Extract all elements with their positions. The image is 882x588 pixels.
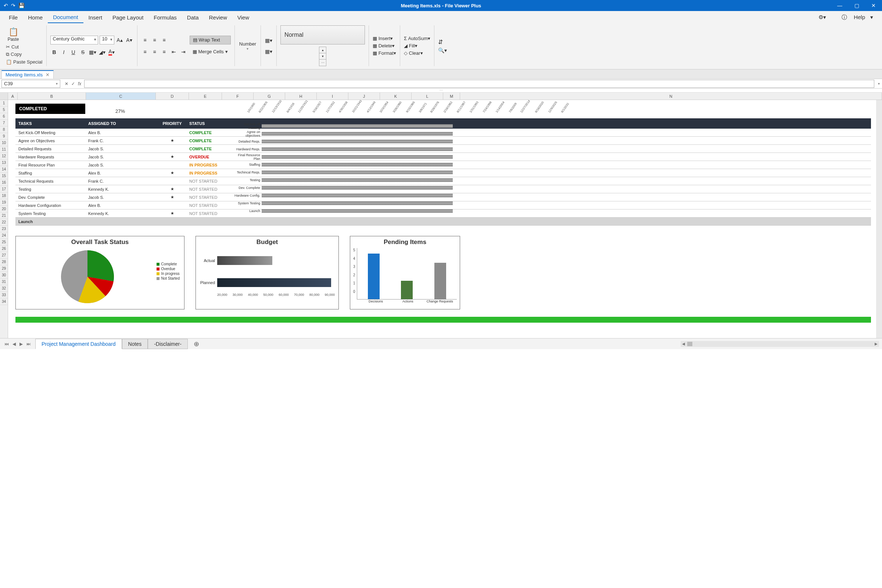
sheet-content[interactable]: COMPLETED 27% TASKS ASSIGNED TO PRIORITY…	[8, 100, 876, 338]
align-middle-button[interactable]: ≡	[151, 36, 159, 44]
align-left-button[interactable]: ≡	[141, 48, 149, 56]
row-header[interactable]: 32	[0, 285, 8, 292]
decrease-font-button[interactable]: A▾	[125, 36, 134, 44]
save-button[interactable]: 💾	[18, 3, 25, 9]
row-header[interactable]: 17	[0, 186, 8, 193]
align-bottom-button[interactable]: ≡	[160, 36, 168, 44]
cell-style-normal[interactable]: Normal	[280, 26, 365, 45]
format-table-button[interactable]: ▦▾	[265, 47, 273, 56]
horizontal-scrollbar[interactable]: ◀▶	[681, 341, 879, 347]
col-header[interactable]: H	[285, 93, 317, 100]
row-header[interactable]: 31	[0, 279, 8, 285]
merge-cells-button[interactable]: ▦ Merge Cells▾	[190, 47, 231, 56]
fill-color-button[interactable]: ◢▾	[98, 48, 106, 56]
underline-button[interactable]: U	[69, 48, 78, 56]
row-header[interactable]: 1	[0, 100, 8, 106]
cut-button[interactable]: ✂ Cut	[6, 44, 43, 50]
row-header[interactable]: 19	[0, 199, 8, 206]
row-header[interactable]: 29	[0, 266, 8, 272]
ribbon-tab-formulas[interactable]: Formulas	[148, 12, 182, 23]
row-header[interactable]: 30	[0, 272, 8, 279]
sheet-nav-prev[interactable]: ◀	[12, 341, 16, 346]
accept-formula-icon[interactable]: ✓	[71, 81, 75, 86]
align-top-button[interactable]: ≡	[141, 36, 149, 44]
sheet-tab-notes[interactable]: Notes	[122, 339, 148, 349]
indent-decrease-button[interactable]: ⇤	[170, 48, 178, 56]
cancel-formula-icon[interactable]: ✕	[64, 81, 68, 86]
col-header[interactable]: I	[317, 93, 348, 100]
indent-increase-button[interactable]: ⇥	[179, 48, 188, 56]
paste-special-button[interactable]: 📋 Paste Special	[6, 59, 43, 64]
maximize-button[interactable]: ▢	[848, 0, 865, 11]
table-row[interactable]: Launch	[15, 218, 871, 226]
delete-cells-button[interactable]: ▦ Delete▾	[373, 43, 396, 48]
row-header[interactable]: 6	[0, 113, 8, 120]
col-header[interactable]: J	[348, 93, 380, 100]
col-header[interactable]: L	[412, 93, 443, 100]
align-center-button[interactable]: ≡	[151, 48, 159, 56]
align-right-button[interactable]: ≡	[160, 48, 168, 56]
ribbon-tab-file[interactable]: File	[4, 12, 23, 23]
ribbon-tab-review[interactable]: Review	[204, 12, 232, 23]
row-header[interactable]: 13	[0, 159, 8, 166]
style-up-button[interactable]: ▴	[320, 47, 326, 53]
ribbon-options-icon[interactable]: ⚙▾	[813, 12, 831, 23]
style-down-button[interactable]: ▾	[320, 53, 326, 60]
row-header[interactable]: 11	[0, 146, 8, 153]
formula-input[interactable]	[84, 80, 874, 88]
row-header[interactable]: 18	[0, 193, 8, 199]
select-all-corner[interactable]	[0, 93, 8, 100]
wrap-text-button[interactable]: ▤ Wrap Text	[190, 36, 231, 45]
row-header[interactable]: 33	[0, 292, 8, 298]
sheet-nav-last[interactable]: ⏭	[27, 341, 31, 346]
row-header[interactable]: 7	[0, 120, 8, 126]
format-cells-button[interactable]: ▦ Format▾	[373, 50, 396, 56]
font-family-select[interactable]: Century Gothic	[50, 36, 98, 45]
fx-icon[interactable]: fx	[78, 81, 81, 86]
insert-cells-button[interactable]: ▦ Insert▾	[373, 36, 396, 41]
font-size-select[interactable]: 10	[100, 36, 114, 45]
strike-button[interactable]: S	[79, 48, 87, 56]
row-header[interactable]: 21	[0, 212, 8, 219]
vertical-scrollbar[interactable]	[876, 100, 882, 338]
ribbon-tab-document[interactable]: Document	[48, 12, 83, 23]
col-header[interactable]: C	[86, 93, 156, 100]
row-header[interactable]: 25	[0, 239, 8, 246]
col-header[interactable]: K	[380, 93, 412, 100]
row-header[interactable]: 23	[0, 226, 8, 232]
row-header[interactable]: 9	[0, 133, 8, 140]
borders-button[interactable]: ▦▾	[88, 48, 97, 56]
copy-button[interactable]: ⧉ Copy	[6, 51, 43, 57]
close-tab-icon[interactable]: ✕	[46, 72, 50, 78]
col-header[interactable]: A	[8, 93, 18, 100]
col-header[interactable]: E	[189, 93, 222, 100]
paste-button[interactable]: 📋 Paste	[6, 27, 21, 42]
style-more-button[interactable]: ⋯	[320, 60, 326, 66]
col-header[interactable]: D	[156, 93, 189, 100]
row-header[interactable]: 8	[0, 126, 8, 133]
increase-font-button[interactable]: A▴	[116, 36, 124, 44]
help-button[interactable]: ⓘ Help▾	[836, 12, 878, 23]
clear-button[interactable]: ◇ Clear▾	[404, 50, 430, 56]
row-header[interactable]: 14	[0, 166, 8, 173]
name-box[interactable]: C39▾	[2, 80, 60, 88]
ribbon-tab-insert[interactable]: Insert	[83, 12, 108, 23]
fill-button[interactable]: ◢ Fill▾	[404, 43, 430, 48]
ribbon-tab-data[interactable]: Data	[182, 12, 204, 23]
row-header[interactable]: 5	[0, 106, 8, 113]
cond-format-button[interactable]: ▦▾	[265, 36, 273, 45]
redo-button[interactable]: ↷	[11, 3, 15, 9]
ribbon-tab-page-layout[interactable]: Page Layout	[107, 12, 148, 23]
col-header[interactable]: M	[443, 93, 460, 100]
row-header[interactable]: 24	[0, 232, 8, 239]
minimize-button[interactable]: —	[831, 0, 848, 11]
col-header[interactable]: N	[460, 93, 882, 100]
font-color-button[interactable]: A▾	[108, 48, 116, 56]
row-header[interactable]: 22	[0, 219, 8, 226]
sheet-tab-dashboard[interactable]: Project Management Dashboard	[35, 339, 122, 349]
row-header[interactable]: 20	[0, 206, 8, 212]
bold-button[interactable]: B	[50, 48, 58, 56]
sheet-tab-disclaimer[interactable]: -Disclaimer-	[148, 339, 188, 349]
ribbon-tab-view[interactable]: View	[232, 12, 254, 23]
row-header[interactable]: 27	[0, 252, 8, 259]
